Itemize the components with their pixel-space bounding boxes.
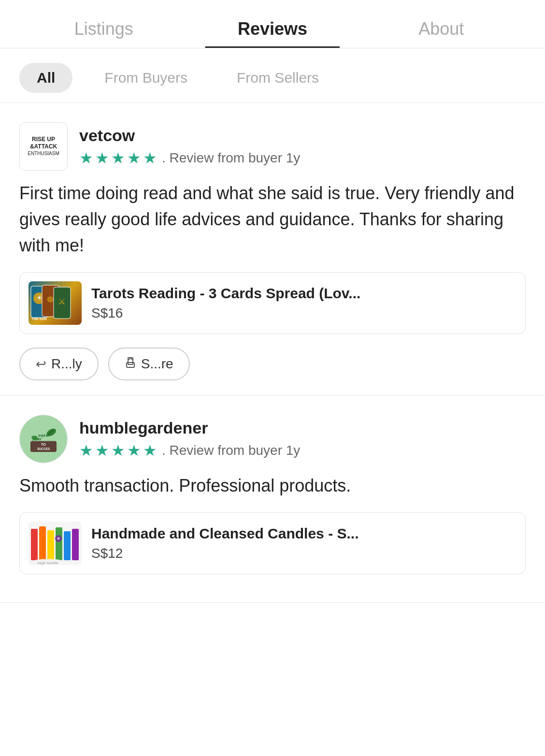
product-price: S$12	[91, 546, 359, 561]
reviewer-name: humblegardener	[79, 419, 300, 437]
star-1: ★	[79, 441, 93, 460]
filter-all[interactable]: All	[19, 63, 72, 93]
svg-text:☀: ☀	[36, 294, 43, 302]
humble-avatar-icon: PATH WAY TO SUCCES	[22, 415, 65, 463]
svg-point-10	[22, 417, 65, 461]
product-card[interactable]: sage bundle Handmade and Cleansed Candle…	[19, 512, 526, 574]
filter-from-sellers[interactable]: From Sellers	[219, 63, 336, 93]
review-source: . Review from buyer 1y	[162, 443, 300, 458]
product-card[interactable]: ☀ ☸ ⚔ THE SUN Tarots Reading - 3 Cards S…	[19, 272, 526, 334]
candle-product-icon: sage bundle	[29, 522, 82, 565]
tab-about[interactable]: About	[357, 19, 526, 48]
product-title: Tarots Reading - 3 Cards Spread (Lov...	[91, 285, 360, 302]
product-thumbnail: ☀ ☸ ⚔ THE SUN	[29, 281, 82, 325]
svg-rect-20	[31, 529, 38, 560]
svg-rect-23	[56, 527, 62, 560]
tab-listings[interactable]: Listings	[19, 19, 188, 48]
svg-rect-24	[64, 531, 71, 560]
svg-text:⚔: ⚔	[58, 297, 66, 306]
star-5: ★	[143, 441, 157, 460]
product-title: Handmade and Cleansed Candles - S...	[91, 525, 359, 542]
nav-tabs: Listings Reviews About	[0, 0, 545, 48]
reviewer-header: PATH WAY TO SUCCES humblegardener ★ ★ ★ …	[19, 415, 526, 463]
share-button[interactable]: S...re	[108, 348, 190, 380]
avatar: PATH WAY TO SUCCES	[19, 415, 68, 463]
svg-rect-22	[47, 530, 54, 560]
star-2: ★	[95, 441, 109, 460]
star-4: ★	[127, 149, 141, 167]
star-3: ★	[111, 149, 125, 167]
star-rating: ★ ★ ★ ★ ★	[79, 441, 157, 460]
reply-button[interactable]: ↩ R...ly	[19, 348, 99, 380]
reviewer-header: RISE UP&ATTACKenthusiasm vetcow ★ ★ ★ ★ …	[19, 122, 526, 171]
star-rating: ★ ★ ★ ★ ★	[79, 149, 157, 167]
reviewer-meta: ★ ★ ★ ★ ★ . Review from buyer 1y	[79, 149, 300, 167]
review-text: Smooth transaction. Professional product…	[19, 473, 526, 499]
review-card: PATH WAY TO SUCCES humblegardener ★ ★ ★ …	[0, 395, 545, 603]
product-thumbnail: sage bundle	[29, 522, 82, 565]
svg-point-29	[57, 537, 60, 540]
star-4: ★	[127, 441, 141, 460]
reviewer-name: vetcow	[79, 126, 300, 145]
svg-rect-8	[128, 358, 133, 364]
star-5: ★	[143, 149, 157, 167]
action-buttons: ↩ R...ly S...re	[19, 348, 526, 380]
reviewer-meta: ★ ★ ★ ★ ★ . Review from buyer 1y	[79, 441, 300, 460]
product-price: S$16	[91, 305, 360, 321]
svg-rect-21	[39, 526, 46, 560]
avatar: RISE UP&ATTACKenthusiasm	[19, 122, 68, 171]
svg-text:THE SUN: THE SUN	[32, 317, 47, 320]
review-text: First time doing read and what she said …	[19, 180, 526, 259]
filter-bar: All From Buyers From Sellers	[0, 48, 545, 102]
star-1: ★	[79, 149, 93, 167]
review-card: RISE UP&ATTACKenthusiasm vetcow ★ ★ ★ ★ …	[0, 103, 545, 395]
svg-text:sage bundle: sage bundle	[37, 561, 58, 565]
reviewer-info: vetcow ★ ★ ★ ★ ★ . Review from buyer 1y	[79, 126, 300, 167]
reviewer-info: humblegardener ★ ★ ★ ★ ★ . Review from b…	[79, 419, 300, 460]
share-icon	[125, 357, 136, 372]
svg-text:SUCCES: SUCCES	[37, 447, 50, 451]
star-2: ★	[95, 149, 109, 167]
svg-text:☸: ☸	[46, 295, 54, 305]
product-info: Handmade and Cleansed Candles - S... S$1…	[91, 525, 359, 561]
star-3: ★	[111, 441, 125, 460]
product-info: Tarots Reading - 3 Cards Spread (Lov... …	[91, 285, 360, 321]
filter-from-buyers[interactable]: From Buyers	[87, 63, 205, 93]
svg-rect-25	[72, 529, 79, 560]
review-source: . Review from buyer 1y	[162, 150, 300, 166]
reply-icon: ↩	[36, 357, 46, 372]
tarot-cards-icon: ☀ ☸ ⚔ THE SUN	[29, 281, 82, 325]
tab-reviews[interactable]: Reviews	[188, 19, 357, 48]
svg-text:TO: TO	[41, 442, 46, 447]
